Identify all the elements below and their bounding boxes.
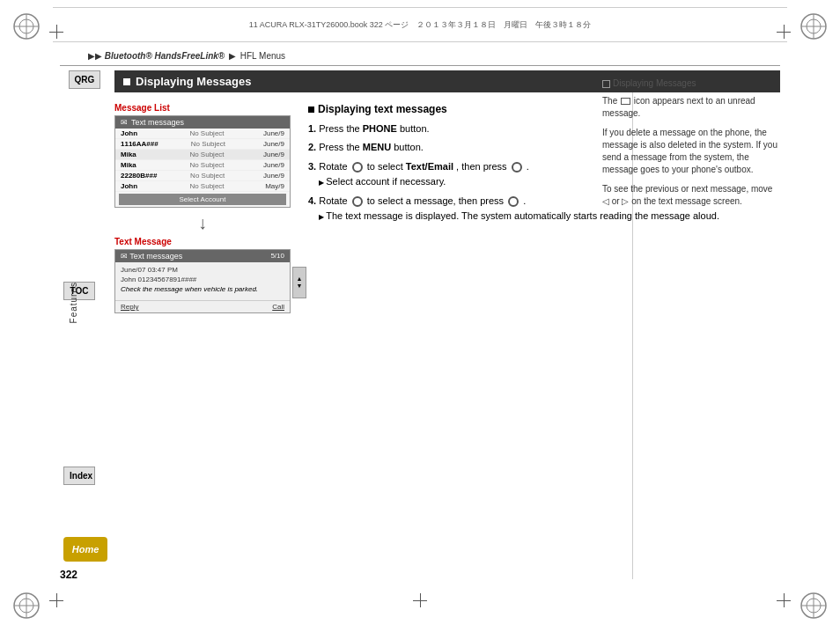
knob-press-icon (512, 162, 522, 173)
note-checkbox-icon (602, 80, 610, 88)
crosshair-bottom-left (49, 593, 63, 607)
sidebar-badge-index[interactable]: Index (63, 467, 95, 485)
screen-title: Text messages (131, 118, 184, 127)
home-button-label: Home (72, 544, 99, 555)
tm-footer: Reply Call (115, 300, 290, 312)
text-message-screen: ✉ Text messages 5/10 June/07 03:47 PM Jo… (114, 249, 291, 313)
breadcrumb-item-2: HFL Menus (240, 51, 285, 61)
page-number: 322 (60, 569, 77, 581)
table-row: Mika No Subject June/9 (115, 150, 290, 160)
section-divider (60, 65, 780, 66)
section-header-square (123, 78, 130, 85)
tm-sender: John 01234567891#### (121, 276, 284, 283)
knob-rotate-icon (352, 162, 363, 173)
table-row: Mika No Subject June/9 (115, 160, 290, 171)
table-row: John No Subject May/9 (115, 181, 290, 192)
sidebar-badge-qrg[interactable]: QRG (69, 70, 100, 89)
note-para-1: The icon appears next to an unread messa… (602, 95, 780, 120)
sidebar-features-label: Features (69, 282, 78, 323)
knob-press-icon-2 (508, 196, 519, 207)
knob-rotate-icon-2 (352, 196, 363, 207)
select-account-bar: Select Account (119, 194, 286, 205)
note-panel: Displaying Messages The icon appears nex… (595, 77, 780, 215)
header-text: 11 ACURA RLX-31TY26000.book 322 ページ ２０１３… (62, 19, 778, 31)
steps-title-text: Displaying text messages (318, 103, 447, 115)
tm-header: ✉ Text messages 5/10 (115, 250, 290, 262)
arrow-down-icon: ↓ (114, 213, 291, 233)
message-icon: ✉ (121, 118, 128, 127)
screen-title-bar: ✉ Text messages (115, 116, 290, 129)
sidebar: QRG (60, 70, 108, 579)
corner-decoration-bl (11, 590, 42, 621)
message-list-screen: ✉ Text messages John No Subject June/9 1… (114, 115, 291, 208)
section-title: Displaying Messages (136, 75, 252, 88)
note-panel-title: Displaying Messages (602, 77, 780, 91)
corner-decoration-br (798, 590, 829, 621)
breadcrumb-item-1: Bluetooth® HandsFreeLink® (105, 51, 227, 61)
text-message-screen-wrap: ✉ Text messages 5/10 June/07 03:47 PM Jo… (114, 249, 291, 313)
message-list-label: Message List (114, 103, 291, 113)
table-row: John No Subject June/9 (115, 129, 290, 139)
breadcrumb-divider: ▶ (229, 51, 236, 61)
table-row: 1116AA### No Subject June/9 (115, 139, 290, 150)
crosshair-bottom-center (413, 593, 427, 607)
tm-message-content: Check the message when vehicle is parked… (121, 285, 284, 293)
tm-from: June/07 03:47 PM (121, 266, 284, 274)
home-button[interactable]: Home (63, 537, 107, 562)
note-para-3: To see the previous or next message, mov… (602, 183, 780, 208)
call-button[interactable]: Call (272, 303, 284, 311)
crosshair-bottom-right (777, 593, 791, 607)
table-row: 22280B### No Subject June/9 (115, 171, 290, 181)
breadcrumb: ▶▶ Bluetooth® HandsFreeLink® ▶ HFL Menus (88, 51, 285, 61)
steps-title-square (308, 107, 314, 113)
corner-decoration-tl (11, 11, 42, 42)
left-column: Message List ✉ Text messages John No Sub… (114, 103, 291, 313)
breadcrumb-arrow: ▶▶ (88, 51, 102, 61)
corner-decoration-tr (798, 11, 829, 42)
envelope-icon (621, 98, 630, 105)
text-message-label: Text Message (114, 237, 291, 246)
tm-body: June/07 03:47 PM John 01234567891#### Ch… (115, 262, 290, 300)
scroll-button[interactable]: ▲ ▼ (292, 267, 306, 298)
message-rows: John No Subject June/9 1116AA### No Subj… (115, 129, 290, 192)
reply-button[interactable]: Reply (121, 303, 138, 311)
note-para-2: If you delete a message on the phone, th… (602, 127, 780, 176)
top-header: 11 ACURA RLX-31TY26000.book 322 ページ ２０１３… (53, 7, 787, 42)
